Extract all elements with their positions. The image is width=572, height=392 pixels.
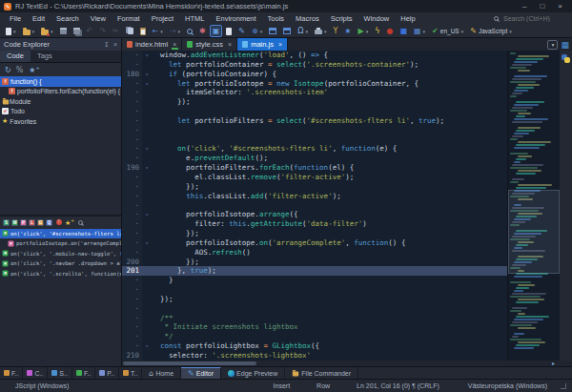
toolbar-open-file[interactable]: ▾ <box>20 26 38 37</box>
toolbar-spellcheck-language[interactable]: ✔en_US▾ <box>429 25 466 37</box>
tab-list-dropdown[interactable]: ▼ <box>547 40 558 50</box>
function-list-item[interactable]: Mon('click', '.mobile-nav-toggle', funct… <box>0 249 121 259</box>
toolbar-redo[interactable]: ↷ <box>96 25 109 37</box>
toolbar-stop-macro[interactable]: ■ <box>397 25 410 37</box>
menu-edit[interactable]: Edit <box>27 14 51 23</box>
code-line[interactable]: · }); <box>122 295 507 304</box>
toolbar-new-document[interactable] <box>223 26 235 37</box>
toolbar-compare[interactable]: Y <box>330 25 340 37</box>
code-line[interactable]: 210 selector: '.screenshots-lightbox' <box>122 351 507 361</box>
menu-project[interactable]: Project <box>146 14 179 23</box>
code-line[interactable]: ·▿ portfolioIsotope.arrange({ <box>122 210 507 219</box>
minimap-viewport[interactable] <box>508 190 560 274</box>
tree-item[interactable]: ★Favorites <box>0 116 121 127</box>
tab-home[interactable]: ⌂Home <box>142 367 181 379</box>
code-line[interactable]: · let portfolioFilters = select('#screen… <box>122 116 507 126</box>
toolbar-cut[interactable]: ✂ <box>110 25 122 37</box>
search-box[interactable] <box>494 14 568 23</box>
code-line[interactable]: · <box>122 201 507 211</box>
fold-marker[interactable]: ▿ <box>142 238 152 248</box>
status-syntax[interactable]: JScript (Windows) <box>15 382 69 389</box>
menu-view[interactable]: View <box>85 14 112 23</box>
toolbar-copy[interactable] <box>123 26 136 36</box>
tab-tags[interactable]: Tags <box>31 51 59 62</box>
refresh-icon[interactable]: ↻ <box>5 66 11 74</box>
fold-marker[interactable]: ▿ <box>142 51 152 60</box>
close-tab-icon[interactable]: × <box>228 41 232 48</box>
menu-html[interactable]: HTML <box>179 14 210 23</box>
tree-item[interactable]: ✔Todo <box>0 107 121 117</box>
code-line[interactable]: · <box>122 304 507 314</box>
toolbar-open-recent[interactable]: ▾ <box>38 26 56 37</box>
code-line[interactable]: · <box>122 135 507 145</box>
search-icon[interactable] <box>78 220 83 225</box>
menu-tools[interactable]: Tools <box>262 14 291 23</box>
toolbar-run[interactable]: ▶▾ <box>356 25 372 37</box>
script-indicator-icon[interactable] <box>562 54 570 63</box>
code-line[interactable]: · }); <box>122 182 507 192</box>
close-button[interactable]: × <box>558 2 562 11</box>
maximize-button[interactable]: □ <box>540 2 544 11</box>
panel-tab-1[interactable]: C.. <box>23 367 48 379</box>
code-line[interactable]: · /** <box>122 314 507 323</box>
tree-item[interactable]: ffunction() { <box>0 76 121 87</box>
warnings-icon[interactable]: ! <box>56 219 62 225</box>
fold-marker[interactable]: ▿ <box>142 163 152 173</box>
code-line[interactable]: ·▿ let portfolioIsotope = new Isotope(po… <box>122 79 507 89</box>
menu-window[interactable]: Window <box>358 14 396 23</box>
tree-item[interactable]: Module <box>0 96 121 107</box>
status-insert-mode[interactable]: Insert <box>274 382 291 389</box>
toolbar-panel-right[interactable] <box>280 26 294 36</box>
code-line[interactable]: · e.preventDefault(); <box>122 154 507 163</box>
toolbar-grid-view[interactable]: ▦▾ <box>411 25 428 37</box>
code-line[interactable]: · AOS.refresh() <box>122 248 507 258</box>
scroll-sync-icon[interactable]: ▸ <box>552 361 555 366</box>
code-lines[interactable]: ·▿ window.addEventListener('load', () =>… <box>122 51 507 361</box>
tab-style.css[interactable]: style.css× <box>182 38 237 51</box>
function-list-item[interactable]: Mon('click', '#screenshots-flters li', f… <box>0 229 121 239</box>
toolbar-paste[interactable] <box>137 26 149 37</box>
toolbar-plugins[interactable]: ✱ <box>196 25 209 37</box>
hscroll-thumb[interactable] <box>123 361 256 365</box>
toolbar-find[interactable] <box>184 27 195 36</box>
code-line[interactable]: · el.classList.remove('filter-active'); <box>122 173 507 182</box>
toolbar-syntax-mode[interactable]: ✎JavaScript▾ <box>467 25 515 37</box>
fold-marker[interactable]: ▿ <box>142 70 152 79</box>
toolbar-record-macro[interactable]: ● <box>383 25 396 37</box>
minimap[interactable] <box>507 51 560 361</box>
menu-environment[interactable]: Environment <box>210 14 261 23</box>
toolbar-layout-single[interactable]: ▣ <box>210 25 223 37</box>
panel-tab-0[interactable]: F.. <box>0 367 23 379</box>
filter-q[interactable]: Q <box>46 219 52 226</box>
menu-format[interactable]: Format <box>112 14 146 23</box>
code-line[interactable]: 180▿ if (portfolioContainer) { <box>122 70 507 79</box>
fold-marker[interactable]: ▿ <box>142 79 152 89</box>
toolbar-save[interactable] <box>57 26 70 36</box>
code-line[interactable]: · <box>122 107 507 116</box>
code-line[interactable]: · }); <box>122 229 507 238</box>
filter-g[interactable]: G <box>37 219 44 226</box>
toolbar-quick-run[interactable]: ϟ <box>372 25 382 37</box>
split-view-icon[interactable]: ▦ <box>561 40 569 50</box>
toolbar-navigate-forward[interactable]: →▾ <box>167 25 183 37</box>
status-cursor-position[interactable]: Ln 201, Col 16 (0) ¶ (CRLF) <box>357 382 439 389</box>
code-line[interactable]: · let portfolioContainer = select('.scre… <box>122 60 507 70</box>
sort-icon[interactable]: % <box>16 66 24 74</box>
toolbar-navigate-back[interactable]: ←▾ <box>150 25 166 37</box>
tab-index.html[interactable]: index.html× <box>122 38 182 51</box>
menu-scripts[interactable]: Scripts <box>325 14 358 23</box>
toolbar-special-characters[interactable]: Ω▾ <box>295 25 311 37</box>
toolbar-new-file[interactable]: ▾ <box>3 26 19 37</box>
fold-marker[interactable]: ▿ <box>142 144 152 154</box>
toolbar-undo[interactable]: ↶ <box>84 25 96 37</box>
code-line[interactable]: · * Initiate screenshots lightbox <box>122 322 507 332</box>
close-tab-icon[interactable]: × <box>173 41 176 48</box>
close-panel-icon[interactable]: × <box>113 41 117 49</box>
filter-s[interactable]: S <box>3 219 10 226</box>
status-row-mode[interactable]: Row <box>317 382 330 389</box>
minimize-button[interactable]: – <box>522 2 526 11</box>
code-line[interactable]: 200 }); <box>122 258 507 267</box>
code-line[interactable]: ·▿ on('click', '#screenshots-flters li',… <box>122 144 507 154</box>
search-input[interactable] <box>501 14 568 23</box>
code-line[interactable]: 201 }, true); <box>122 266 507 276</box>
